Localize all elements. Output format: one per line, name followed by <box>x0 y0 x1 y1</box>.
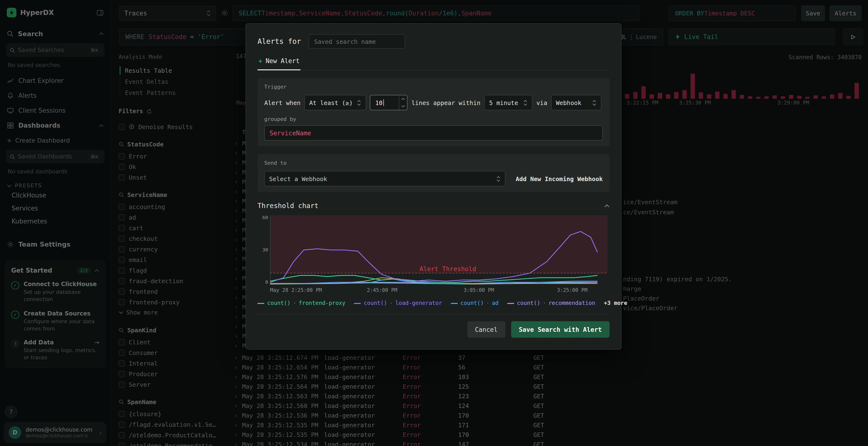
send-to-label: Send to <box>264 160 603 166</box>
tab-label: New Alert <box>266 57 300 65</box>
saved-search-name-input[interactable] <box>309 34 405 49</box>
svg-text:Alert Threshold: Alert Threshold <box>420 265 476 273</box>
plus-icon: + <box>258 57 262 65</box>
legend-item: count()·load-generator <box>354 300 442 306</box>
grouped-by-value: ServiceName <box>270 129 311 137</box>
step-up-icon[interactable] <box>400 95 407 103</box>
threshold-chart-title: Threshold chart <box>257 202 318 209</box>
channel-value: Webhook <box>556 99 581 106</box>
lines-within-label: lines appear within <box>411 99 480 106</box>
via-label: via <box>536 99 547 106</box>
chart-y-axis: 60300 <box>257 215 268 285</box>
threshold-value: 10 <box>371 99 383 106</box>
add-webhook-button[interactable]: Add New Incoming Webhook <box>516 175 603 182</box>
chevron-updown-icon <box>523 99 528 106</box>
x-tick-label: 2:45:00 PM <box>367 287 397 293</box>
chevron-updown-icon <box>357 99 362 106</box>
time-window-value: 5 minute <box>489 99 518 106</box>
send-to-card: Send to Select a Webhook Add New Incomin… <box>257 154 610 192</box>
legend-item: count()·frontend-proxy <box>257 300 345 306</box>
y-tick-label: 30 <box>262 247 268 252</box>
webhook-select-value: Select a Webhook <box>269 175 327 182</box>
alert-when-label: Alert when <box>264 99 301 106</box>
step-down-icon[interactable] <box>400 103 407 110</box>
grouped-by-input[interactable]: ServiceName <box>264 125 603 141</box>
webhook-select[interactable]: Select a Webhook <box>264 171 505 186</box>
alert-modal: Alerts for + New Alert Trigger Alert whe… <box>245 23 622 350</box>
app-root: HyperDX Search ⌘K No saved searches <box>0 0 868 446</box>
save-search-with-alert-button[interactable]: Save Search with Alert <box>511 321 610 338</box>
x-tick-label: May 28 2:25:00 PM <box>270 287 322 293</box>
number-steppers[interactable] <box>399 95 407 110</box>
legend-more-toggle[interactable]: +3 more <box>604 300 627 306</box>
time-window-select[interactable]: 5 minute <box>485 95 533 110</box>
modal-title: Alerts for <box>257 37 301 46</box>
alert-tabs: + New Alert <box>257 57 610 70</box>
legend-item: count()·recommendation <box>507 300 595 306</box>
threshold-chart: Alert Threshold <box>270 215 608 285</box>
chevron-up-icon[interactable] <box>604 204 610 207</box>
y-tick-label: 0 <box>265 280 268 285</box>
threshold-number-input[interactable]: 10 <box>370 95 408 110</box>
cancel-button[interactable]: Cancel <box>467 321 505 338</box>
threshold-chart-section: Threshold chart 60300 Alert Threshold Ma… <box>257 202 610 306</box>
chart-x-axis: May 28 2:25:00 PM2:45:00 PM3:05:00 PM3:2… <box>270 287 610 294</box>
tab-new-alert[interactable]: + New Alert <box>257 57 301 70</box>
trigger-card: Trigger Alert when At least (≥) 10 lines… <box>257 78 610 146</box>
chevron-updown-icon <box>496 175 500 182</box>
x-tick-label: 3:05:00 PM <box>464 287 494 293</box>
x-tick-label: 3:25:00 PM <box>557 287 587 293</box>
y-tick-label: 60 <box>262 215 268 220</box>
legend-item: count()·ad <box>451 300 499 306</box>
chart-legend: count()·frontend-proxycount()·load-gener… <box>257 300 610 306</box>
chevron-updown-icon <box>592 99 596 106</box>
text-cursor <box>383 99 384 106</box>
grouped-by-label: grouped by <box>264 116 603 122</box>
trigger-label: Trigger <box>264 84 603 90</box>
channel-select[interactable]: Webhook <box>551 95 601 110</box>
condition-select[interactable]: At least (≥) <box>305 95 366 110</box>
condition-value: At least (≥) <box>309 99 353 106</box>
